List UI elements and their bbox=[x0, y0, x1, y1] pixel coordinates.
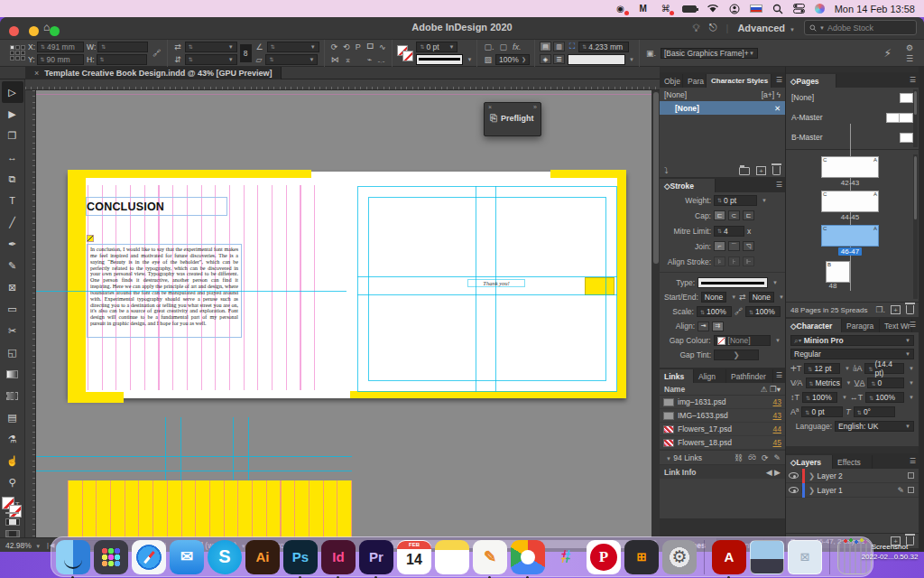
stroke-weight-field[interactable]: ⇅0 pt▼ bbox=[416, 42, 457, 52]
link-row[interactable]: Flowers_18.psd 45 bbox=[660, 436, 785, 450]
indesign[interactable]: Id bbox=[321, 540, 356, 574]
pen-tool[interactable]: ✒ bbox=[2, 233, 23, 255]
wrap-bounding-icon[interactable]: ▥ bbox=[553, 42, 565, 51]
tab-object-styles[interactable]: Obje bbox=[660, 74, 683, 88]
delete-style-icon[interactable] bbox=[772, 166, 781, 175]
relink-icon[interactable]: ⛓ bbox=[735, 453, 743, 462]
tab-character-styles[interactable]: Character Styles bbox=[707, 74, 772, 88]
link-scale-badge[interactable]: 8 bbox=[240, 44, 252, 62]
fit-content-icon[interactable]: 🞑 bbox=[365, 42, 375, 51]
yellow-top-left-bar[interactable] bbox=[86, 170, 311, 178]
tab-stroke[interactable]: ◇ Stroke bbox=[660, 179, 716, 192]
font-size-field[interactable]: ⇅12 pt bbox=[804, 363, 840, 374]
spread-icon-42-43[interactable]: CA bbox=[821, 156, 879, 178]
tab-paragraph[interactable]: Paragra bbox=[842, 319, 880, 332]
end-scale-input[interactable]: ⇅100% bbox=[745, 306, 781, 317]
layer-visibility-icon[interactable] bbox=[789, 487, 799, 493]
thank-you-text-frame[interactable]: Thank you! bbox=[467, 279, 525, 287]
safari[interactable] bbox=[132, 540, 166, 574]
tab-pages[interactable]: ◇ Pages bbox=[786, 74, 836, 88]
chrome[interactable] bbox=[511, 540, 545, 574]
normal-view-mode-button[interactable] bbox=[5, 518, 20, 526]
links-name-column[interactable]: Name bbox=[664, 385, 685, 394]
stroke-type-dropdown[interactable] bbox=[416, 54, 463, 65]
masters-scrollbar[interactable] bbox=[913, 89, 918, 147]
gap-tint-control[interactable]: ❯ bbox=[714, 350, 759, 360]
kerning-field[interactable]: ⇅Metrics bbox=[806, 378, 842, 388]
apply-colour-button[interactable] bbox=[5, 512, 19, 514]
content-collector-tool[interactable]: ⧉ bbox=[2, 168, 23, 190]
align-outside-button[interactable]: ⊩ bbox=[743, 256, 754, 266]
object-style-dropdown[interactable]: [Basic Graphics Frame]+▼ bbox=[661, 48, 758, 59]
rectangle-tool[interactable]: ▭ bbox=[2, 298, 23, 320]
vertical-scrollbar-thumb[interactable] bbox=[653, 92, 659, 264]
reference-point-proxy[interactable] bbox=[10, 45, 25, 61]
selection-tool[interactable]: ▷ bbox=[2, 81, 23, 103]
screenshot-thumb-2[interactable]: ⊠ bbox=[788, 540, 822, 574]
yellow-bottom-left-tab[interactable] bbox=[68, 392, 124, 403]
vertical-ruler[interactable] bbox=[25, 90, 36, 537]
update-link-icon[interactable]: ⟳ bbox=[762, 453, 769, 462]
horizontal-ruler[interactable] bbox=[25, 79, 660, 90]
layer-select-square[interactable] bbox=[908, 472, 914, 479]
height-field[interactable]: ⇅ bbox=[97, 54, 147, 65]
yellow-right-bar[interactable] bbox=[617, 178, 626, 398]
keyboard-layout-flag-icon[interactable] bbox=[750, 5, 762, 13]
master-row-none[interactable]: [None] bbox=[786, 88, 919, 107]
battery-icon[interactable] bbox=[682, 5, 697, 13]
delete-page-icon[interactable] bbox=[906, 305, 914, 314]
tab-paragraph-styles[interactable]: Para bbox=[683, 74, 707, 88]
rotate-angle-icon[interactable]: ▱ bbox=[254, 55, 264, 64]
link-page-number[interactable]: 43 bbox=[773, 411, 781, 420]
spotlight-search-icon[interactable] bbox=[772, 4, 783, 14]
control-panel-menu-icon[interactable]: ☰ bbox=[904, 54, 915, 63]
user-account-icon[interactable] bbox=[729, 4, 740, 14]
type-tool[interactable]: T bbox=[2, 190, 23, 211]
font-style-dropdown[interactable]: Regular▼ bbox=[790, 349, 914, 359]
document-tab[interactable]: × Template Creative Book Design.indd @ 4… bbox=[25, 67, 282, 79]
language-dropdown[interactable]: English: UK▼ bbox=[835, 421, 914, 432]
start-scale-input[interactable]: ⇅100% bbox=[697, 306, 732, 317]
object-state-icon[interactable]: ▣. bbox=[644, 49, 658, 58]
wrap-none-icon[interactable]: ▤ bbox=[540, 42, 551, 51]
heading-text-frame[interactable]: CONCLUSION bbox=[86, 197, 227, 216]
link-info-header[interactable]: Link Info bbox=[664, 468, 696, 477]
round-cap-button[interactable]: ⊂ bbox=[728, 210, 740, 220]
flip-vertical-icon[interactable]: ⇵ bbox=[172, 55, 183, 64]
preview-mode-button[interactable] bbox=[5, 530, 20, 537]
link-row[interactable]: IMG–1633.psd 43 bbox=[660, 409, 785, 423]
mitre-limit-input[interactable]: ⇅4 bbox=[714, 226, 744, 237]
yellow-top-right-bar[interactable] bbox=[550, 170, 626, 178]
launchpad[interactable] bbox=[94, 540, 128, 574]
center-content-icon[interactable]: ⌁ bbox=[365, 55, 374, 64]
wrap-object-icon[interactable]: ◈ bbox=[540, 54, 551, 64]
swap-start-end-icon[interactable]: ⇄ bbox=[739, 293, 746, 302]
page-tool[interactable]: ❐ bbox=[2, 125, 23, 146]
fill-frame-icon[interactable]: ﹎ bbox=[375, 53, 387, 65]
go-to-link-icon[interactable]: 👓︎ bbox=[748, 453, 756, 462]
end-dropdown[interactable]: None bbox=[749, 292, 774, 303]
camera-status-icon[interactable]: ◉ bbox=[614, 4, 627, 14]
zoom-tool[interactable]: ⚲ bbox=[2, 471, 23, 493]
link-page-column-icon[interactable]: ❐▾ bbox=[770, 385, 781, 394]
shear-field[interactable]: ⇅▼ bbox=[267, 42, 319, 52]
align-arrow-tip-button[interactable]: ⇥ bbox=[698, 322, 709, 331]
siri-icon[interactable] bbox=[815, 4, 825, 14]
link-page-number[interactable]: 43 bbox=[773, 397, 781, 406]
panel-menu-icon[interactable]: ☰ bbox=[910, 76, 916, 84]
calendar[interactable]: 14FEB bbox=[397, 540, 431, 574]
panel-menu-icon[interactable]: ☰ bbox=[910, 321, 916, 329]
pages[interactable]: ✎ bbox=[473, 540, 507, 574]
effects-fx-icon[interactable]: fx. bbox=[511, 42, 523, 51]
leading-field[interactable]: ⇅(14.4 pt) bbox=[864, 363, 904, 374]
scale-y-field[interactable]: ⇅▼ bbox=[185, 54, 237, 65]
x-position-field[interactable]: ⇅491 mm bbox=[37, 42, 84, 52]
adobe-stock-search-input[interactable]: ▼ Adobe Stock bbox=[804, 20, 917, 35]
panel-menu-icon[interactable]: ☰ bbox=[776, 76, 782, 84]
tracking-field[interactable]: ⇅0 bbox=[867, 378, 904, 388]
workspace-switcher[interactable]: Advanced ▼ bbox=[737, 23, 795, 33]
fit-frame-icon[interactable]: ∿ bbox=[377, 42, 388, 51]
vertical-scrollbar[interactable] bbox=[651, 90, 660, 537]
horizontal-scale-field[interactable]: ⇅100% bbox=[865, 392, 904, 403]
layer-row-2[interactable]: ❯ Layer 2 bbox=[786, 469, 919, 483]
